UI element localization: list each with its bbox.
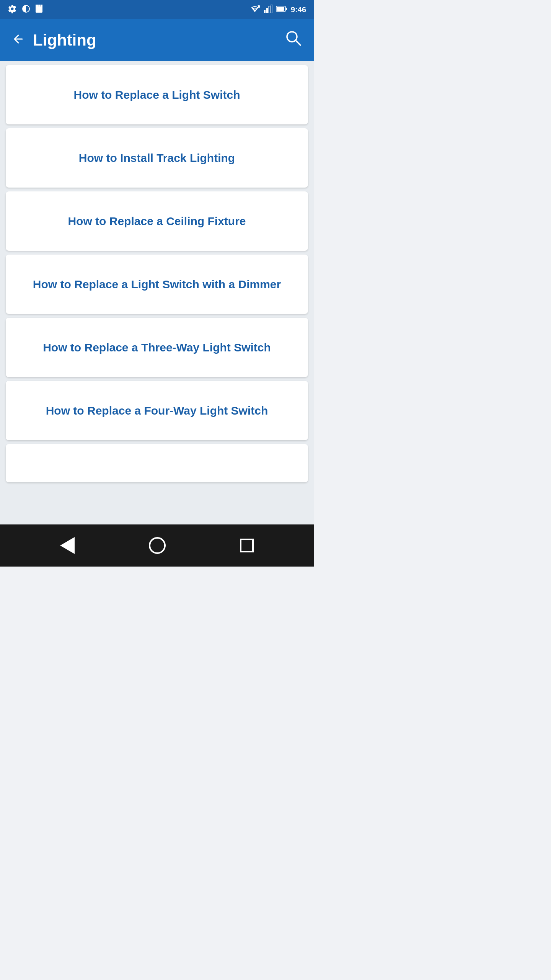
list-item[interactable]: How to Replace a Light Switch with a Dim…: [6, 255, 308, 314]
settings-icon: [8, 4, 17, 15]
sdcard-icon: [35, 4, 43, 15]
status-icons-right: 9:46: [249, 5, 306, 15]
svg-rect-9: [269, 6, 270, 13]
list-item[interactable]: How to Replace a Light Switch: [6, 65, 308, 124]
app-bar: Lighting: [0, 19, 314, 61]
home-circle-icon: [149, 537, 166, 554]
navigation-bar: [0, 524, 314, 567]
list-item-label: How to Replace a Three-Way Light Switch: [43, 340, 271, 355]
page-title: Lighting: [33, 31, 96, 49]
content-area: How to Replace a Light Switch How to Ins…: [0, 61, 314, 524]
svg-rect-3: [39, 5, 41, 7]
svg-rect-8: [266, 8, 268, 13]
list-item[interactable]: How to Replace a Three-Way Light Switch: [6, 318, 308, 377]
back-triangle-icon: [60, 537, 75, 554]
svg-rect-12: [277, 7, 284, 11]
back-button[interactable]: [11, 32, 25, 48]
list-item-label: How to Replace a Four-Way Light Switch: [46, 403, 268, 418]
svg-rect-13: [286, 8, 287, 10]
recents-square-icon: [240, 539, 254, 552]
list-item-label: How to Replace a Light Switch with a Dim…: [33, 277, 281, 292]
svg-rect-1: [36, 7, 42, 13]
svg-rect-10: [271, 5, 272, 13]
app-bar-left: Lighting: [11, 31, 96, 49]
list-item-label: How to Replace a Light Switch: [73, 87, 240, 102]
battery-icon: [276, 5, 287, 14]
list-item-partial[interactable]: [6, 444, 308, 482]
svg-line-15: [295, 40, 300, 45]
svg-rect-7: [264, 10, 266, 13]
list-item[interactable]: How to Install Track Lighting: [6, 128, 308, 188]
status-icons-left: [8, 4, 43, 15]
time-display: 9:46: [291, 5, 306, 14]
nav-recents-button[interactable]: [240, 539, 254, 552]
list-item[interactable]: How to Replace a Ceiling Fixture: [6, 191, 308, 251]
list-item-label: How to Replace a Ceiling Fixture: [68, 214, 246, 229]
svg-rect-4: [41, 5, 42, 7]
svg-rect-2: [36, 5, 39, 7]
status-bar: 9:46: [0, 0, 314, 19]
nav-back-button[interactable]: [60, 537, 75, 554]
wifi-icon: [249, 5, 260, 15]
nav-home-button[interactable]: [149, 537, 166, 554]
signal-icon: [264, 5, 272, 15]
list-item-label: How to Install Track Lighting: [79, 150, 235, 165]
list-item[interactable]: How to Replace a Four-Way Light Switch: [6, 381, 308, 440]
search-button[interactable]: [285, 29, 302, 51]
brightness-icon: [21, 4, 31, 15]
